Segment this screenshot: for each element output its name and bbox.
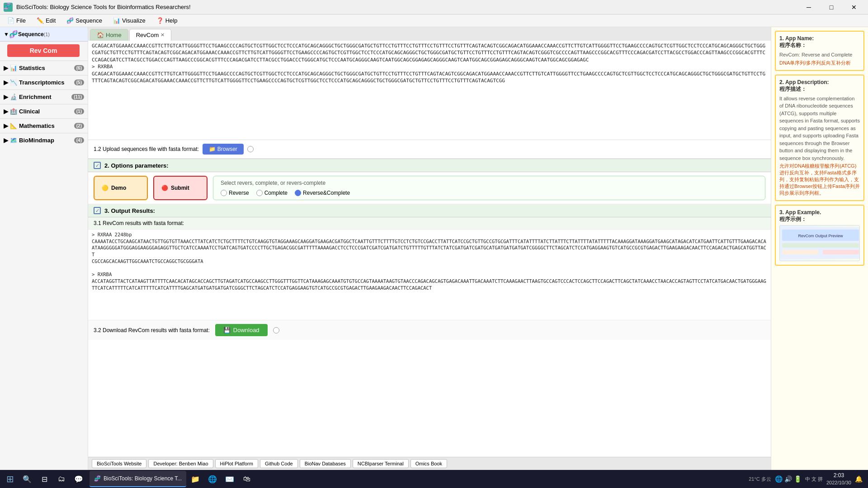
menu-visualize-label: Visualize [122, 17, 146, 24]
link-bionav[interactable]: BioNav Databases [300, 459, 351, 468]
link-ncbiparser[interactable]: NCBIparser Terminal [353, 459, 409, 468]
help-icon: ❓ [156, 17, 164, 24]
stats-icon: 📊 [10, 65, 17, 71]
mail-icon: ✉️ [225, 475, 234, 483]
radio-reverse[interactable]: Reverse [221, 190, 249, 196]
chevron-right-icon-6: ▶ [4, 137, 8, 144]
start-button[interactable]: ⊞ [2, 471, 18, 487]
taskbar-mail[interactable]: ✉️ [222, 471, 238, 487]
options-row: 🟡 Demo 🔴 Submit Select revers, complete,… [94, 176, 765, 200]
widgets-button[interactable]: 🗂 [53, 471, 70, 487]
radio-reverse-label: Reverse [229, 190, 249, 196]
app-desc-sub: 允许对DNA核糖核苷酸序列(ATCG)进行反向互补，支持Fasta格式多序列，支… [779, 163, 860, 197]
options-checkbox[interactable]: ✓ [94, 162, 101, 169]
notification-icon[interactable]: 🔔 [855, 475, 863, 483]
demo-box[interactable]: 🟡 Demo [94, 176, 148, 200]
volume-icon[interactable]: 🔊 [784, 475, 792, 483]
download-row: 3.2 Download RevCom results with fasta f… [88, 320, 771, 340]
search-taskbar-button[interactable]: 🔍 [19, 471, 35, 487]
submit-box[interactable]: 🔴 Submit [153, 176, 208, 200]
output-section: ✓ 3. Output Results: 3.1 RevCom results … [88, 204, 771, 457]
demo-label: Demo [111, 185, 126, 191]
app-desc-card: 2. App Description:程序描述： It allows rever… [775, 75, 864, 202]
time-date-block[interactable]: 2:03 2022/10/30 [826, 472, 851, 486]
upload-radio[interactable] [247, 146, 254, 152]
taskbar-store[interactable]: 🛍 [239, 471, 255, 487]
title-bar-left: 🧬 BioSciTools: Biology Science Tools for… [4, 3, 191, 12]
minimize-button[interactable]: ─ [798, 0, 819, 14]
tab-home[interactable]: 🏠 Home [90, 29, 128, 41]
sidebar-item-sequence[interactable]: ▼ 🧬 Sequence (1) [0, 27, 88, 42]
download-button[interactable]: 💾 Download [215, 324, 268, 336]
sequence-label: Sequence [18, 31, 44, 38]
app-desc-title: 2. App Description:程序描述： [779, 79, 860, 93]
sequence-input-box[interactable]: GCAGACATGGAAACCAAACCGTTCTTGTCATTGGGGTTCC… [88, 41, 771, 140]
app-icon: 🧬 [4, 3, 13, 12]
reversecomplete-radio[interactable] [295, 190, 301, 196]
sidebar-item-mathematics[interactable]: ▶ 📐 Mathematics (2) [0, 120, 88, 132]
svg-text:RevCom Output Preview: RevCom Output Preview [798, 234, 843, 238]
link-developer[interactable]: Developer: Benben Miao [148, 459, 213, 468]
dna-icon: 🧬 [9, 30, 18, 38]
right-panel: 1. App Name:程序名称： RevCom: Reverse and Co… [771, 27, 868, 470]
app-name-title: 1. App Name:程序名称： [779, 35, 860, 49]
visualize-icon: 📊 [113, 17, 120, 24]
revcom-button[interactable]: Rev Com [7, 44, 80, 57]
output-text-box[interactable]: > RXRAA 2248bp CAAAATACCTGCAAGCATAACTGTT… [88, 230, 771, 320]
menu-bar: 📄 File ✏️ Edit 🧬 Sequence 📊 Visualize ❓ … [0, 14, 868, 27]
network-icon[interactable]: 🌐 [775, 475, 783, 483]
file-explorer-icon: 📁 [191, 475, 200, 483]
menu-help-label: Help [165, 17, 178, 24]
download-radio[interactable] [273, 327, 279, 333]
taskbar-app-label: BioSciTools: Biology Science T... [104, 475, 182, 482]
taskview-button[interactable]: ⊟ [36, 471, 52, 487]
sidebar-item-biomindmap[interactable]: ▶ 🗺️ BioMindmap (4) [0, 134, 88, 146]
svg-rect-2 [782, 243, 859, 248]
chevron-down-icon: ▼ [4, 31, 9, 38]
bottom-links: BioSciTools Website Developer: Benben Mi… [88, 457, 771, 470]
window-controls[interactable]: ─ □ ✕ [798, 0, 864, 14]
app-example-image: RevCom Output Preview [779, 225, 860, 261]
upload-row: 1.2 Upload sequences file with fasta for… [88, 140, 771, 159]
radio-reversecomplete[interactable]: Reverse&Complete [295, 190, 350, 196]
link-hiplot[interactable]: HiPlot Platform [215, 459, 258, 468]
taskbar-file-explorer[interactable]: 📁 [187, 471, 203, 487]
reverse-radio[interactable] [221, 190, 227, 196]
output-label: 3. Output Results: [104, 207, 155, 214]
maximize-button[interactable]: □ [821, 0, 842, 14]
menu-sequence[interactable]: 🧬 Sequence [61, 15, 108, 26]
link-omics[interactable]: Omics Book [410, 459, 447, 468]
menu-help[interactable]: ❓ Help [151, 15, 183, 26]
sidebar-item-clinical[interactable]: ▶ 🏥 Clinical (1) [0, 105, 88, 117]
menu-edit[interactable]: ✏️ Edit [31, 15, 61, 26]
upload-label: 1.2 Upload sequences file with fasta for… [94, 146, 199, 152]
tab-close-button[interactable]: ✕ [160, 32, 165, 38]
sidebar-item-statistics[interactable]: ▶ 📊 Statistics (6) [0, 62, 88, 74]
taskbar-bioscitools[interactable]: 🧬 BioSciTools: Biology Science T... [90, 471, 186, 487]
transcriptomics-icon: 📉 [10, 79, 17, 86]
menu-visualize[interactable]: 📊 Visualize [108, 15, 151, 26]
output-checkbox[interactable]: ✓ [94, 207, 101, 214]
taskbar-browser[interactable]: 🌐 [204, 471, 221, 487]
folder-icon: 📁 [209, 146, 216, 152]
svg-rect-4 [823, 250, 859, 254]
link-bioscitools[interactable]: BioSciTools Website [92, 459, 146, 468]
battery-icon[interactable]: 🔋 [794, 475, 802, 483]
sidebar-item-transcriptomics[interactable]: ▶ 📉 Transcriptomics (5) [0, 76, 88, 89]
transcriptomics-badge: (5) [74, 80, 84, 85]
taskbar-system-icons: 🌐 🔊 🔋 [775, 475, 802, 483]
close-button[interactable]: ✕ [844, 0, 864, 14]
menu-file[interactable]: 📄 File [2, 15, 31, 26]
sidebar-item-enrichment[interactable]: ▶ 🔬 Enrichment (11) [0, 91, 88, 103]
tab-revcom[interactable]: RevCom ✕ [129, 29, 172, 41]
enrichment-badge: (11) [71, 94, 84, 100]
link-github[interactable]: Github Code [260, 459, 298, 468]
complete-radio[interactable] [256, 190, 263, 196]
taskbar-apps: 🧬 BioSciTools: Biology Science T... 📁 🌐 … [90, 471, 742, 487]
content-area: 🏠 Home RevCom ✕ GCAGACATGGAAACCAAACCGTTC… [88, 27, 771, 470]
chat-button[interactable]: 💬 [71, 471, 87, 487]
title-bar: 🧬 BioSciTools: Biology Science Tools for… [0, 0, 868, 14]
browser-button[interactable]: 📁 Browser [203, 144, 244, 155]
stats-label: Statistics [19, 65, 45, 71]
radio-complete[interactable]: Complete [256, 190, 288, 196]
